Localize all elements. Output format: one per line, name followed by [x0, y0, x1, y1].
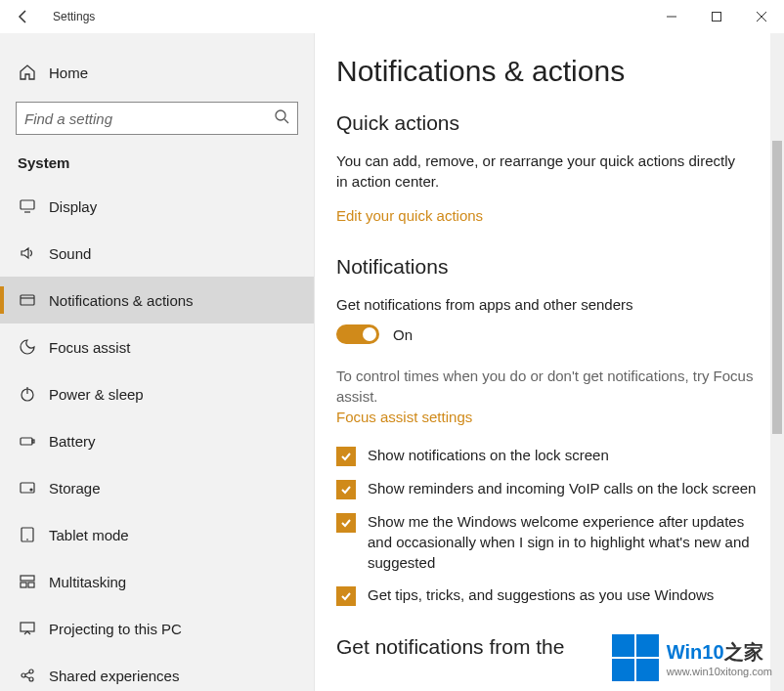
svg-line-5: [284, 119, 288, 123]
focus-assist-settings-link[interactable]: Focus assist settings: [336, 409, 472, 425]
page-title: Notifications & actions: [336, 55, 770, 88]
minimize-button[interactable]: [649, 0, 694, 33]
svg-rect-20: [28, 583, 34, 587]
shared-icon: [18, 667, 37, 684]
titlebar: Settings: [0, 0, 784, 33]
search-box[interactable]: [16, 102, 298, 135]
svg-point-4: [276, 110, 285, 120]
notifications-icon: [18, 291, 37, 309]
display-icon: [18, 197, 37, 215]
notifications-toggle-row: On: [336, 324, 770, 344]
focus-icon: [18, 338, 37, 356]
sidebar-item-shared[interactable]: Shared experiences: [0, 652, 314, 691]
next-section-heading: Get notifications from the: [336, 635, 770, 659]
svg-rect-1: [713, 13, 721, 22]
sound-icon: [18, 244, 37, 262]
sidebar-item-display[interactable]: Display: [0, 183, 314, 230]
sidebar-item-battery[interactable]: Battery: [0, 417, 314, 464]
notifications-heading: Notifications: [336, 255, 770, 279]
svg-rect-14: [21, 483, 34, 493]
notifications-toggle-state: On: [393, 326, 413, 343]
focus-assist-hint: To control times when you do or don't ge…: [336, 366, 757, 407]
search-input[interactable]: [24, 110, 274, 127]
tablet-icon: [18, 526, 37, 543]
svg-point-23: [29, 669, 33, 673]
search-container: [0, 94, 314, 135]
search-icon: [274, 108, 289, 128]
svg-point-22: [22, 673, 25, 677]
sidebar-item-label: Multitasking: [49, 574, 126, 590]
svg-rect-13: [32, 440, 34, 443]
settings-window: Settings Home: [0, 0, 784, 691]
quick-actions-heading: Quick actions: [336, 111, 770, 135]
svg-rect-19: [21, 583, 26, 587]
notifications-toggle-label: Get notifications from apps and other se…: [336, 294, 747, 315]
svg-line-25: [25, 672, 29, 674]
sidebar-item-label: Sound: [49, 245, 91, 262]
sidebar-item-label: Display: [49, 198, 97, 215]
sidebar-item-storage[interactable]: Storage: [0, 464, 314, 511]
sidebar-item-label: Tablet mode: [49, 527, 129, 543]
checkbox-label: Show me the Windows welcome experience a…: [368, 511, 757, 573]
category-title: System: [0, 135, 314, 183]
home-icon: [18, 64, 37, 81]
svg-rect-18: [21, 576, 34, 581]
battery-icon: [18, 432, 37, 450]
notification-checkbox-row: Show reminders and incoming VoIP calls o…: [336, 478, 757, 499]
sidebar-item-label: Projecting to this PC: [49, 621, 182, 637]
scrollbar-track[interactable]: [770, 33, 784, 691]
svg-line-26: [25, 676, 29, 678]
notifications-toggle[interactable]: [336, 324, 379, 344]
sidebar-item-label: Focus assist: [49, 339, 130, 356]
home-label: Home: [49, 65, 88, 81]
checkbox[interactable]: [336, 513, 356, 533]
sidebar-item-label: Battery: [49, 433, 96, 450]
home-button[interactable]: Home: [0, 51, 314, 94]
sidebar-item-multitasking[interactable]: Multitasking: [0, 558, 314, 605]
checkbox[interactable]: [336, 586, 356, 606]
back-button[interactable]: [10, 3, 37, 30]
sidebar-item-sound[interactable]: Sound: [0, 230, 314, 277]
close-button[interactable]: [739, 0, 784, 33]
notification-checkbox-row: Show notifications on the lock screen: [336, 445, 757, 466]
sidebar-item-projecting[interactable]: Projecting to this PC: [0, 605, 314, 652]
notification-checkbox-row: Get tips, tricks, and suggestions as you…: [336, 584, 757, 606]
maximize-button[interactable]: [694, 0, 739, 33]
quick-actions-description: You can add, remove, or rearrange your q…: [336, 151, 747, 192]
sidebar-item-tablet[interactable]: Tablet mode: [0, 511, 314, 558]
sidebar: Home System DisplaySoundNotifications & …: [0, 33, 315, 691]
svg-rect-8: [21, 295, 34, 305]
projecting-icon: [18, 620, 37, 637]
sidebar-item-focus[interactable]: Focus assist: [0, 324, 314, 370]
sidebar-item-notifications[interactable]: Notifications & actions: [0, 277, 314, 324]
checkbox-label: Show notifications on the lock screen: [368, 445, 609, 465]
svg-rect-12: [21, 438, 32, 445]
notification-checkbox-row: Show me the Windows welcome experience a…: [336, 511, 757, 573]
svg-point-15: [30, 489, 32, 491]
power-icon: [18, 385, 37, 403]
nav-list: DisplaySoundNotifications & actionsFocus…: [0, 183, 314, 691]
main-panel: Notifications & actions Quick actions Yo…: [315, 33, 784, 691]
sidebar-item-label: Power & sleep: [49, 386, 144, 403]
content-area: Home System DisplaySoundNotifications & …: [0, 33, 784, 691]
sidebar-item-label: Notifications & actions: [49, 292, 194, 309]
sidebar-item-label: Storage: [49, 480, 101, 497]
checkbox[interactable]: [336, 447, 356, 466]
svg-point-24: [29, 677, 33, 681]
sidebar-item-label: Shared experiences: [49, 668, 179, 684]
notification-checkbox-list: Show notifications on the lock screenSho…: [336, 445, 770, 606]
svg-rect-6: [21, 200, 34, 209]
sidebar-item-power[interactable]: Power & sleep: [0, 370, 314, 417]
svg-rect-21: [21, 623, 34, 631]
window-title: Settings: [53, 10, 95, 23]
storage-icon: [18, 479, 37, 497]
checkbox-label: Show reminders and incoming VoIP calls o…: [368, 478, 756, 498]
scrollbar-thumb[interactable]: [772, 141, 782, 434]
checkbox-label: Get tips, tricks, and suggestions as you…: [368, 584, 714, 605]
edit-quick-actions-link[interactable]: Edit your quick actions: [336, 207, 483, 224]
multitasking-icon: [18, 573, 37, 590]
checkbox[interactable]: [336, 480, 356, 499]
main-scroll[interactable]: Notifications & actions Quick actions Yo…: [315, 33, 784, 691]
